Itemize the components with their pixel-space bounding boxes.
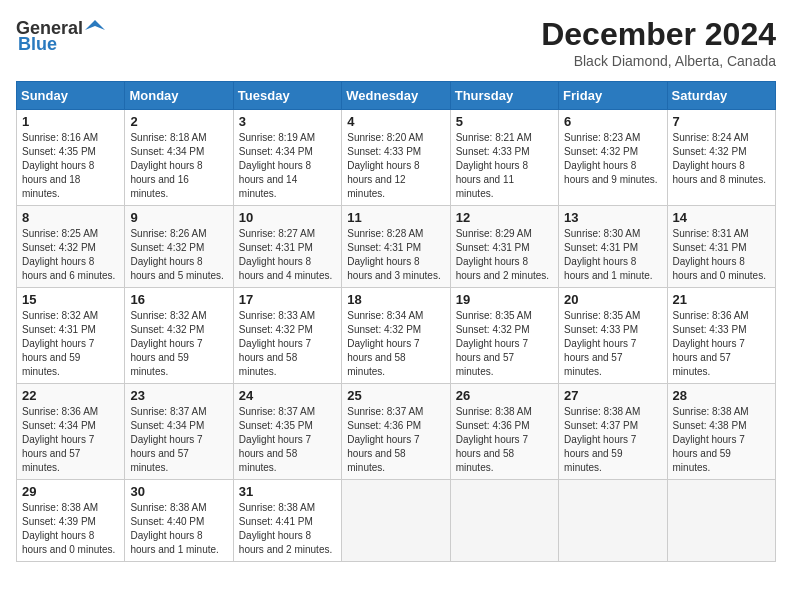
- calendar-cell: 9 Sunrise: 8:26 AM Sunset: 4:32 PM Dayli…: [125, 206, 233, 288]
- day-number: 22: [22, 388, 119, 403]
- day-number: 3: [239, 114, 336, 129]
- day-info: Sunrise: 8:27 AM Sunset: 4:31 PM Dayligh…: [239, 227, 336, 283]
- page-header: General Blue December 2024 Black Diamond…: [16, 16, 776, 69]
- day-number: 12: [456, 210, 553, 225]
- day-number: 10: [239, 210, 336, 225]
- calendar-cell: 12 Sunrise: 8:29 AM Sunset: 4:31 PM Dayl…: [450, 206, 558, 288]
- calendar-cell: 5 Sunrise: 8:21 AM Sunset: 4:33 PM Dayli…: [450, 110, 558, 206]
- day-info: Sunrise: 8:35 AM Sunset: 4:32 PM Dayligh…: [456, 309, 553, 379]
- calendar-week-row: 29 Sunrise: 8:38 AM Sunset: 4:39 PM Dayl…: [17, 480, 776, 562]
- day-info: Sunrise: 8:20 AM Sunset: 4:33 PM Dayligh…: [347, 131, 444, 201]
- day-number: 24: [239, 388, 336, 403]
- day-number: 31: [239, 484, 336, 499]
- header-saturday: Saturday: [667, 82, 775, 110]
- day-number: 30: [130, 484, 227, 499]
- logo-icon: [83, 16, 107, 40]
- calendar-table: Sunday Monday Tuesday Wednesday Thursday…: [16, 81, 776, 562]
- day-number: 15: [22, 292, 119, 307]
- day-info: Sunrise: 8:32 AM Sunset: 4:32 PM Dayligh…: [130, 309, 227, 379]
- day-number: 20: [564, 292, 661, 307]
- calendar-cell: 8 Sunrise: 8:25 AM Sunset: 4:32 PM Dayli…: [17, 206, 125, 288]
- day-info: Sunrise: 8:32 AM Sunset: 4:31 PM Dayligh…: [22, 309, 119, 379]
- day-info: Sunrise: 8:19 AM Sunset: 4:34 PM Dayligh…: [239, 131, 336, 201]
- calendar-cell: 18 Sunrise: 8:34 AM Sunset: 4:32 PM Dayl…: [342, 288, 450, 384]
- day-info: Sunrise: 8:37 AM Sunset: 4:35 PM Dayligh…: [239, 405, 336, 475]
- day-info: Sunrise: 8:29 AM Sunset: 4:31 PM Dayligh…: [456, 227, 553, 283]
- calendar-cell: 1 Sunrise: 8:16 AM Sunset: 4:35 PM Dayli…: [17, 110, 125, 206]
- calendar-cell: 22 Sunrise: 8:36 AM Sunset: 4:34 PM Dayl…: [17, 384, 125, 480]
- calendar-cell: 10 Sunrise: 8:27 AM Sunset: 4:31 PM Dayl…: [233, 206, 341, 288]
- day-number: 16: [130, 292, 227, 307]
- calendar-cell: 14 Sunrise: 8:31 AM Sunset: 4:31 PM Dayl…: [667, 206, 775, 288]
- day-info: Sunrise: 8:28 AM Sunset: 4:31 PM Dayligh…: [347, 227, 444, 283]
- calendar-cell: 23 Sunrise: 8:37 AM Sunset: 4:34 PM Dayl…: [125, 384, 233, 480]
- calendar-cell: 27 Sunrise: 8:38 AM Sunset: 4:37 PM Dayl…: [559, 384, 667, 480]
- calendar-cell: 4 Sunrise: 8:20 AM Sunset: 4:33 PM Dayli…: [342, 110, 450, 206]
- day-number: 5: [456, 114, 553, 129]
- day-info: Sunrise: 8:37 AM Sunset: 4:36 PM Dayligh…: [347, 405, 444, 475]
- day-number: 21: [673, 292, 770, 307]
- day-number: 17: [239, 292, 336, 307]
- day-info: Sunrise: 8:36 AM Sunset: 4:33 PM Dayligh…: [673, 309, 770, 379]
- day-info: Sunrise: 8:25 AM Sunset: 4:32 PM Dayligh…: [22, 227, 119, 283]
- day-info: Sunrise: 8:36 AM Sunset: 4:34 PM Dayligh…: [22, 405, 119, 475]
- day-info: Sunrise: 8:23 AM Sunset: 4:32 PM Dayligh…: [564, 131, 661, 187]
- day-number: 23: [130, 388, 227, 403]
- header-wednesday: Wednesday: [342, 82, 450, 110]
- day-info: Sunrise: 8:31 AM Sunset: 4:31 PM Dayligh…: [673, 227, 770, 283]
- day-number: 29: [22, 484, 119, 499]
- day-number: 28: [673, 388, 770, 403]
- day-info: Sunrise: 8:38 AM Sunset: 4:36 PM Dayligh…: [456, 405, 553, 475]
- calendar-cell: 7 Sunrise: 8:24 AM Sunset: 4:32 PM Dayli…: [667, 110, 775, 206]
- day-number: 2: [130, 114, 227, 129]
- logo: General Blue: [16, 16, 107, 55]
- calendar-cell: 17 Sunrise: 8:33 AM Sunset: 4:32 PM Dayl…: [233, 288, 341, 384]
- day-number: 4: [347, 114, 444, 129]
- day-number: 11: [347, 210, 444, 225]
- day-number: 7: [673, 114, 770, 129]
- day-info: Sunrise: 8:37 AM Sunset: 4:34 PM Dayligh…: [130, 405, 227, 475]
- day-number: 27: [564, 388, 661, 403]
- calendar-cell: 11 Sunrise: 8:28 AM Sunset: 4:31 PM Dayl…: [342, 206, 450, 288]
- day-info: Sunrise: 8:21 AM Sunset: 4:33 PM Dayligh…: [456, 131, 553, 201]
- calendar-cell: 25 Sunrise: 8:37 AM Sunset: 4:36 PM Dayl…: [342, 384, 450, 480]
- calendar-cell: 16 Sunrise: 8:32 AM Sunset: 4:32 PM Dayl…: [125, 288, 233, 384]
- title-area: December 2024 Black Diamond, Alberta, Ca…: [541, 16, 776, 69]
- day-number: 13: [564, 210, 661, 225]
- day-info: Sunrise: 8:26 AM Sunset: 4:32 PM Dayligh…: [130, 227, 227, 283]
- calendar-cell: 2 Sunrise: 8:18 AM Sunset: 4:34 PM Dayli…: [125, 110, 233, 206]
- day-info: Sunrise: 8:16 AM Sunset: 4:35 PM Dayligh…: [22, 131, 119, 201]
- month-title: December 2024: [541, 16, 776, 53]
- day-info: Sunrise: 8:24 AM Sunset: 4:32 PM Dayligh…: [673, 131, 770, 187]
- calendar-cell: 21 Sunrise: 8:36 AM Sunset: 4:33 PM Dayl…: [667, 288, 775, 384]
- day-info: Sunrise: 8:38 AM Sunset: 4:37 PM Dayligh…: [564, 405, 661, 475]
- logo-blue: Blue: [18, 34, 57, 55]
- day-info: Sunrise: 8:38 AM Sunset: 4:39 PM Dayligh…: [22, 501, 119, 557]
- calendar-cell: [559, 480, 667, 562]
- day-number: 8: [22, 210, 119, 225]
- calendar-cell: 30 Sunrise: 8:38 AM Sunset: 4:40 PM Dayl…: [125, 480, 233, 562]
- header-thursday: Thursday: [450, 82, 558, 110]
- calendar-cell: 20 Sunrise: 8:35 AM Sunset: 4:33 PM Dayl…: [559, 288, 667, 384]
- header-monday: Monday: [125, 82, 233, 110]
- day-number: 1: [22, 114, 119, 129]
- calendar-cell: 31 Sunrise: 8:38 AM Sunset: 4:41 PM Dayl…: [233, 480, 341, 562]
- calendar-cell: 3 Sunrise: 8:19 AM Sunset: 4:34 PM Dayli…: [233, 110, 341, 206]
- calendar-week-row: 22 Sunrise: 8:36 AM Sunset: 4:34 PM Dayl…: [17, 384, 776, 480]
- day-number: 9: [130, 210, 227, 225]
- day-info: Sunrise: 8:30 AM Sunset: 4:31 PM Dayligh…: [564, 227, 661, 283]
- day-info: Sunrise: 8:38 AM Sunset: 4:40 PM Dayligh…: [130, 501, 227, 557]
- day-number: 6: [564, 114, 661, 129]
- calendar-cell: 29 Sunrise: 8:38 AM Sunset: 4:39 PM Dayl…: [17, 480, 125, 562]
- day-info: Sunrise: 8:33 AM Sunset: 4:32 PM Dayligh…: [239, 309, 336, 379]
- calendar-cell: [450, 480, 558, 562]
- calendar-week-row: 1 Sunrise: 8:16 AM Sunset: 4:35 PM Dayli…: [17, 110, 776, 206]
- header-sunday: Sunday: [17, 82, 125, 110]
- location-title: Black Diamond, Alberta, Canada: [541, 53, 776, 69]
- calendar-week-row: 15 Sunrise: 8:32 AM Sunset: 4:31 PM Dayl…: [17, 288, 776, 384]
- calendar-cell: 19 Sunrise: 8:35 AM Sunset: 4:32 PM Dayl…: [450, 288, 558, 384]
- day-number: 26: [456, 388, 553, 403]
- day-info: Sunrise: 8:38 AM Sunset: 4:38 PM Dayligh…: [673, 405, 770, 475]
- day-number: 14: [673, 210, 770, 225]
- day-info: Sunrise: 8:34 AM Sunset: 4:32 PM Dayligh…: [347, 309, 444, 379]
